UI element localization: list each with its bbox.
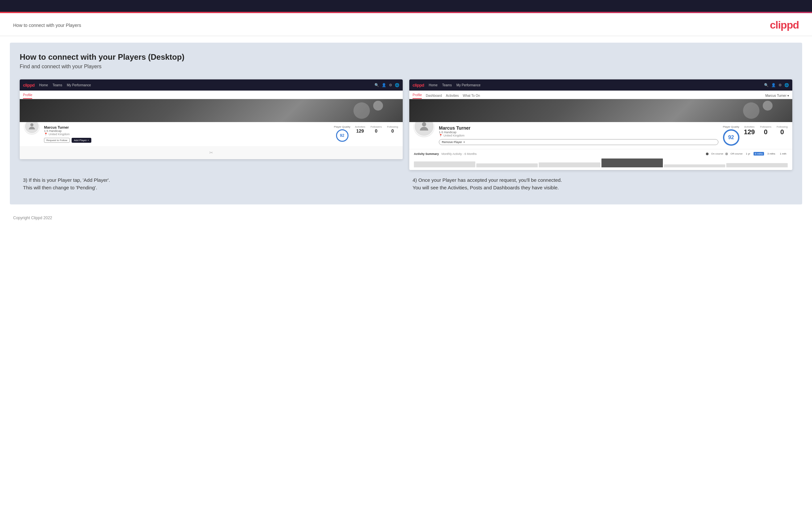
- globe-icon-right: 🌐: [784, 83, 789, 87]
- mock-logo-right: clippd: [413, 83, 424, 88]
- stat-following-value-right: 0: [776, 128, 788, 136]
- caption-left: 3) If this is your Player tap, 'Add Play…: [20, 177, 403, 191]
- screenshot-left: clippd Home Teams My Performance 🔍 👤 ⚙ 🌐…: [20, 79, 403, 159]
- chart-bar-1: [414, 161, 475, 167]
- stat-following-label-right: Following: [776, 125, 788, 128]
- filter-6mths[interactable]: 6 mths: [754, 152, 764, 156]
- user-icon-right: 👤: [771, 83, 776, 87]
- hero-blob1-right: [743, 102, 759, 119]
- mock-nav-icons-right: 🔍 👤 ⚙ 🌐: [764, 83, 789, 87]
- settings-icon-right: ⚙: [778, 83, 782, 87]
- tab-user-right[interactable]: Marcus Turner ▾: [765, 94, 789, 99]
- legend-dot-offcourse: [725, 153, 728, 155]
- location-icon-right: 📍: [439, 134, 443, 137]
- player-handicap-right: 1-5 Handicap: [439, 130, 718, 134]
- mock-tabs-right: Profile Dashboard Activities What To On …: [409, 91, 792, 99]
- activity-chart: [414, 158, 788, 167]
- mock-nav-performance-left: My Performance: [67, 83, 91, 87]
- player-handicap-left: 1-5 Handicap: [44, 129, 329, 132]
- breadcrumb: How to connect with your Players: [13, 23, 81, 28]
- filter-3mths[interactable]: 3 mths: [766, 152, 776, 156]
- filter-1yr[interactable]: 1 yr: [745, 152, 752, 156]
- filter-1mth[interactable]: 1 mth: [778, 152, 788, 156]
- screenshot-right-col: clippd Home Teams My Performance 🔍 👤 ⚙ 🌐…: [409, 79, 792, 170]
- stat-following-left: Following 0: [387, 125, 398, 133]
- footer: Copyright Clippd 2022: [0, 211, 812, 225]
- stat-followers-value-left: 0: [370, 128, 382, 133]
- stat-following-label-left: Following: [387, 125, 398, 128]
- quality-circle-left: 92: [336, 129, 349, 142]
- quality-circle-right: 92: [723, 129, 740, 146]
- chart-bar-3: [539, 162, 600, 167]
- mock-profile-left: Marcus Turner 1-5 Handicap 📍 United King…: [20, 122, 403, 146]
- mock-nav-home-right: Home: [429, 83, 438, 87]
- tab-whattoon-right[interactable]: What To On: [463, 94, 480, 99]
- request-follow-btn[interactable]: Request to Follow: [44, 138, 70, 143]
- top-bar: [0, 0, 812, 12]
- player-btns-left: Request to Follow Add Player +: [44, 138, 329, 143]
- hero-blob1-left: [353, 102, 370, 119]
- chart-bar-4: [601, 159, 663, 167]
- mock-nav-performance-right: My Performance: [456, 83, 480, 87]
- stat-activities-label-right: Activities: [744, 125, 755, 128]
- tab-profile-left[interactable]: Profile: [23, 93, 32, 99]
- clippd-logo: clippd: [770, 19, 799, 31]
- add-player-btn[interactable]: Add Player +: [71, 138, 91, 143]
- mock-profile-right: Marcus Turner 1-5 Handicap 📍 United King…: [409, 122, 792, 149]
- player-quality-left: Player Quality 92: [334, 125, 351, 142]
- tab-activities-right[interactable]: Activities: [446, 94, 459, 99]
- player-stats-right: Activities 129 Followers 0 Following 0: [744, 125, 788, 136]
- svg-point-1: [422, 122, 426, 126]
- main-content: How to connect with your Players (Deskto…: [10, 43, 802, 205]
- globe-icon-left: 🌐: [395, 83, 399, 87]
- search-icon-left: 🔍: [374, 83, 379, 87]
- mock-nav-teams-left: Teams: [53, 83, 62, 87]
- screenshot-left-col: clippd Home Teams My Performance 🔍 👤 ⚙ 🌐…: [20, 79, 403, 170]
- stat-activities-right: Activities 129: [744, 125, 755, 136]
- activity-header: Activity Summary Monthly Activity - 6 Mo…: [414, 152, 788, 156]
- captions-container: 3) If this is your Player tap, 'Add Play…: [20, 177, 792, 191]
- caption-left-text: 3) If this is your Player tap, 'Add Play…: [23, 177, 399, 191]
- remove-player-btn[interactable]: Remove Player ×: [439, 139, 718, 145]
- location-icon-left: 📍: [44, 132, 48, 136]
- main-title: How to connect with your Players (Deskto…: [20, 53, 792, 62]
- stat-activities-value-left: 129: [355, 128, 365, 133]
- avatar-icon-left: [27, 122, 37, 131]
- player-quality-right: Player Quality 92: [723, 125, 740, 146]
- caption-right: 4) Once your Player has accepted your re…: [409, 177, 792, 191]
- chart-bar-6: [726, 163, 788, 168]
- legend-dot-oncourse: [706, 153, 709, 155]
- mock-tabs-left: Profile: [20, 91, 403, 99]
- mock-nav-teams-right: Teams: [442, 83, 452, 87]
- stat-following-right: Following 0: [776, 125, 788, 136]
- stat-followers-label-right: Followers: [760, 125, 771, 128]
- search-icon-right: 🔍: [764, 83, 769, 87]
- mock-hero-left: [20, 99, 403, 122]
- svg-point-0: [30, 123, 33, 126]
- screenshot-right: clippd Home Teams My Performance 🔍 👤 ⚙ 🌐…: [409, 79, 792, 170]
- main-subtitle: Find and connect with your Players: [20, 64, 792, 69]
- caption-right-text: 4) Once your Player has accepted your re…: [413, 177, 789, 191]
- stat-activities-left: Activities 129: [355, 125, 365, 133]
- tab-dashboard-right[interactable]: Dashboard: [426, 94, 442, 99]
- hero-blob2-right: [763, 101, 773, 111]
- legend-label-offcourse: Off course: [730, 152, 743, 155]
- mock-nav-home-left: Home: [39, 83, 48, 87]
- hero-blob2-left: [373, 101, 383, 111]
- scissors-icon-left: ✂: [209, 150, 213, 155]
- legend-label-oncourse: On course: [711, 152, 723, 155]
- copyright-text: Copyright Clippd 2022: [13, 216, 52, 220]
- player-name-right: Marcus Turner: [439, 125, 718, 130]
- mock-bottom-left: ✂: [20, 146, 403, 159]
- player-country-left: 📍 United Kingdom: [44, 132, 329, 136]
- stat-activities-label-left: Activities: [355, 125, 365, 128]
- activity-summary: Activity Summary Monthly Activity - 6 Mo…: [409, 149, 792, 170]
- player-info-left: Marcus Turner 1-5 Handicap 📍 United King…: [44, 125, 329, 143]
- mock-nav-left: clippd Home Teams My Performance 🔍 👤 ⚙ 🌐: [20, 79, 403, 91]
- stat-followers-value-right: 0: [760, 128, 771, 136]
- activity-subtitle: Monthly Activity - 6 Months: [442, 152, 476, 156]
- player-country-right: 📍 United Kingdom: [439, 134, 718, 137]
- screenshots-container: clippd Home Teams My Performance 🔍 👤 ⚙ 🌐…: [20, 79, 792, 170]
- activity-title: Activity Summary: [414, 152, 439, 156]
- tab-profile-right[interactable]: Profile: [413, 93, 422, 99]
